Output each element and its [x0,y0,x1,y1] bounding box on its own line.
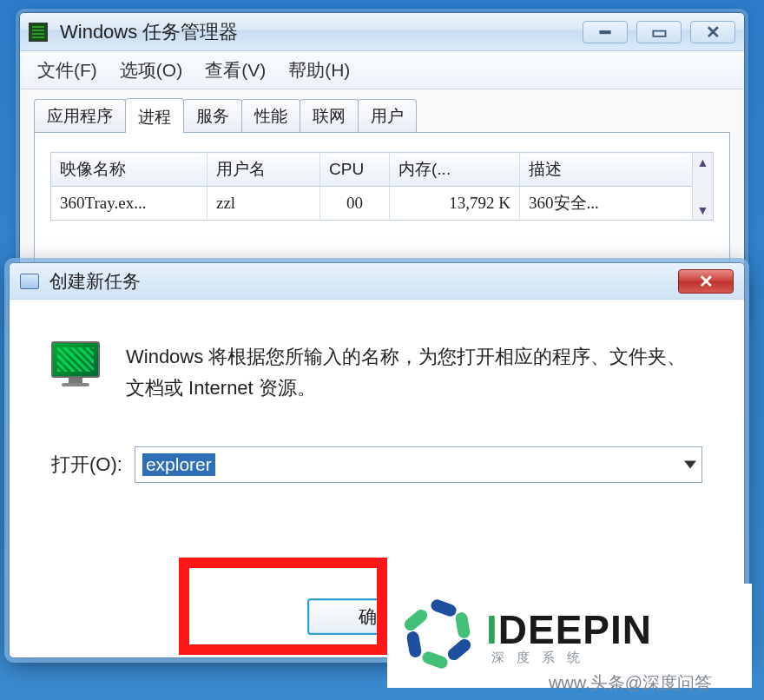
process-table: 映像名称 用户名 CPU 内存(... 描述 360Tray.ex... zzl… [50,152,714,221]
tab-apps[interactable]: 应用程序 [34,99,126,132]
col-cpu[interactable]: CPU [320,153,390,187]
scroll-down-icon[interactable]: ▼ [693,201,713,220]
create-task-title: 创建新任务 [49,269,141,294]
brand-swirl-icon [396,597,474,675]
brand-text: IDEEPIN 深度系统 [486,606,652,666]
menu-options[interactable]: 选项(O) [120,58,182,83]
tab-performance[interactable]: 性能 [241,99,300,132]
col-image-name[interactable]: 映像名称 [51,153,207,187]
task-manager-titlebar[interactable]: Windows 任务管理器 ━ ▭ ✕ [20,13,744,51]
menu-help[interactable]: 帮助(H) [288,58,350,83]
create-task-message: Windows 将根据您所输入的名称，为您打开相应的程序、文件夹、文档或 Int… [126,341,702,405]
process-table-wrap: 映像名称 用户名 CPU 内存(... 描述 360Tray.ex... zzl… [50,152,714,221]
cell-description: 360安全... [520,187,714,221]
minimize-button[interactable]: ━ [583,21,628,43]
close-button[interactable]: ✕ [690,21,735,43]
watermark-text: www.头条@深度问答 [549,671,712,695]
scroll-up-icon[interactable]: ▲ [693,153,713,172]
col-memory[interactable]: 内存(... [390,153,520,187]
menu-file[interactable]: 文件(F) [37,58,97,83]
open-input-value[interactable]: explorer [142,453,215,476]
open-row: 打开(O): explorer [51,446,702,483]
tab-processes[interactable]: 进程 [125,98,184,133]
run-dialog-icon [20,274,39,289]
col-description[interactable]: 描述 [520,153,714,187]
menu-view[interactable]: 查看(V) [205,58,266,83]
vertical-scrollbar[interactable]: ▲ ▼ [692,153,713,220]
cell-image-name: 360Tray.ex... [51,187,207,221]
table-header-row: 映像名称 用户名 CPU 内存(... 描述 [51,153,714,187]
chevron-down-icon[interactable] [684,460,696,468]
col-user[interactable]: 用户名 [207,153,320,187]
tab-network[interactable]: 联网 [300,99,359,132]
task-manager-menubar: 文件(F) 选项(O) 查看(V) 帮助(H) [20,51,744,89]
cell-memory: 13,792 K [390,187,520,221]
tab-strip: 应用程序 进程 服务 性能 联网 用户 [34,102,730,133]
table-row[interactable]: 360Tray.ex... zzl 00 13,792 K 360安全... [51,187,714,221]
tab-users[interactable]: 用户 [358,99,417,132]
close-button[interactable]: ✕ [678,269,734,294]
maximize-button[interactable]: ▭ [636,21,682,43]
message-row: Windows 将根据您所输入的名称，为您打开相应的程序、文件夹、文档或 Int… [51,341,702,405]
task-manager-icon [29,23,48,42]
open-combobox[interactable]: explorer [135,446,702,483]
tab-services[interactable]: 服务 [183,99,242,132]
brand-logo-text: IDEEPIN [486,606,652,653]
window-controls: ━ ▭ ✕ [583,21,735,43]
program-monitor-icon [51,341,103,388]
open-label: 打开(O): [51,452,122,478]
cell-user: zzl [207,187,320,221]
task-manager-title: Windows 任务管理器 [60,19,583,45]
cell-cpu: 00 [320,187,390,221]
create-task-titlebar[interactable]: 创建新任务 ✕ [10,263,744,300]
brand-tagline: 深度系统 [486,650,652,666]
